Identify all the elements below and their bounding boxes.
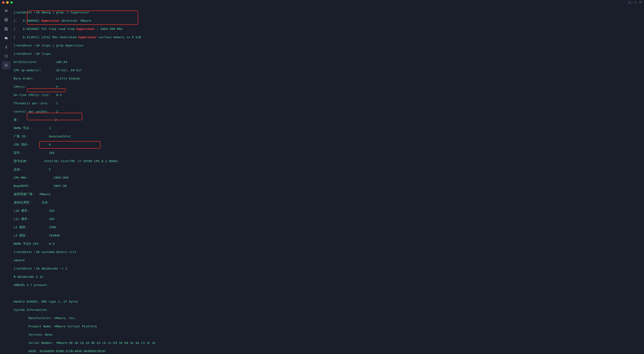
lscpu-line: L2 缓存： 256K xyxy=(14,225,642,229)
lscpu-line: Architecture: x86_64 xyxy=(14,60,642,64)
keyboard-layout-badge[interactable]: au xyxy=(628,1,632,4)
folder-icon xyxy=(4,36,8,40)
command-lscpu-grep: lscpu | grep Hypervisor xyxy=(41,44,84,47)
gear-icon xyxy=(4,18,8,22)
terminal-output: [root@test ~]# dmesg | grep -i hyperviso… xyxy=(14,6,642,354)
dmidecode-line: Version: None xyxy=(14,333,642,337)
lscpu-line: L3 缓存： 16384K xyxy=(14,233,642,237)
lscpu-line-hypervisor: 超管理器厂商： VMware xyxy=(14,192,642,196)
dmidecode-line: Handle 0x0001, DMI type 1, 27 bytes xyxy=(14,300,642,304)
dmidecode-line: UUID: A52A4D56-E50B-1CCB-043E-843EDAC33C… xyxy=(14,349,642,353)
highlight-hypervisor: hypervisor xyxy=(78,35,97,39)
svg-point-6 xyxy=(6,65,7,66)
dmesg-line: [ 0.001000] TSC freq read from xyxy=(14,27,76,30)
lscpu-line: 步进： 5 xyxy=(14,167,642,172)
dmidecode-manufacturer: Manufacturer: VMware, Inc. xyxy=(14,316,642,320)
lscpu-line: L1d 缓存： 32K xyxy=(14,209,642,213)
lscpu-line: NUMA 节点： 1 xyxy=(14,126,642,130)
lscpu-line: Thread(s) per core: 1 xyxy=(14,101,642,105)
sidebar-item-snippets[interactable] xyxy=(2,52,10,60)
dmesg-line-tail: detected: VMware xyxy=(60,19,91,22)
lscpu-line: L1i 缓存： 32K xyxy=(14,217,642,221)
traffic-lights xyxy=(2,1,13,4)
dmesg-line: [ 0.000000] xyxy=(14,19,41,22)
sidebar-item-files[interactable] xyxy=(2,34,10,42)
dmesg-line-tail: : 2903.999 MHz xyxy=(95,27,123,30)
minimize-window-button[interactable] xyxy=(6,1,9,4)
lscpu-line: 型号名称： Intel(R) Core(TM) i7-10700 CPU @ 2… xyxy=(14,159,642,163)
titlebar-right: au xyxy=(628,0,642,4)
lscpu-line: 型号： 165 xyxy=(14,151,642,155)
menu-icon xyxy=(4,9,8,12)
prompt: [root@test ~]# xyxy=(14,267,41,270)
lscpu-line: 座： 2 xyxy=(14,118,642,122)
prompt: [root@test ~]# xyxy=(14,44,41,47)
maximize-window-button[interactable] xyxy=(10,1,13,4)
dmesg-line: [ 6.311621] [drm] Max dedicated xyxy=(14,35,78,39)
dmidecode-product: Product Name: VMware Virtual Platform xyxy=(14,324,642,328)
lscpu-line: Byte Order: Little Endian xyxy=(14,76,642,81)
dmesg-line-tail: surface memory is 0 kiB xyxy=(97,35,141,39)
save-icon xyxy=(4,27,8,31)
split-panel-icon[interactable] xyxy=(639,0,642,4)
command-detect-virt: systemd-detect-virt xyxy=(41,250,76,254)
highlight-hypervisor: hypervisor xyxy=(76,27,95,30)
sidebar xyxy=(0,5,12,354)
prompt: [root@test ~]# xyxy=(14,250,41,254)
share-icon[interactable] xyxy=(634,0,637,4)
lscpu-line: CPU 系列： 6 xyxy=(14,143,642,147)
settings-icon xyxy=(4,63,8,67)
command-dmidecode: dmidecode -t 1 xyxy=(41,267,67,270)
dmidecode-blank xyxy=(14,291,642,295)
sidebar-item-settings[interactable] xyxy=(2,61,10,69)
svg-point-5 xyxy=(6,19,7,20)
prompt: [root@test ~]# xyxy=(14,52,41,55)
sidebar-item-sessions[interactable] xyxy=(2,25,10,33)
close-window-button[interactable] xyxy=(2,1,4,4)
transfer-icon xyxy=(4,45,8,49)
highlight-hypervisor: Hypervisor xyxy=(41,19,60,22)
detect-virt-output: vmware xyxy=(14,258,642,262)
terminal-pane[interactable]: [root@test ~]# dmesg | grep -i hyperviso… xyxy=(12,5,644,354)
prompt: [root@test ~]# xyxy=(14,11,41,14)
main-area: [root@test ~]# dmesg | grep -i hyperviso… xyxy=(0,5,644,354)
sidebar-item-menu[interactable] xyxy=(2,6,10,15)
lscpu-line: NUMA 节点0 CPU： 0-3 xyxy=(14,242,642,246)
lscpu-line: BogoMIPS： 5807.99 xyxy=(14,184,642,188)
dmidecode-line: Serial Number: VMware-56 4d 2a a5 0b e5 … xyxy=(14,341,642,345)
command-lscpu: lscpu xyxy=(41,52,51,55)
lscpu-line: Core(s) per socket: 2 xyxy=(14,109,642,114)
braces-icon xyxy=(4,54,8,58)
lscpu-line: On-line CPU(s) list: 0-3 xyxy=(14,93,642,97)
window-titlebar: au xyxy=(0,0,644,5)
dmidecode-line: # dmidecode 2.12 xyxy=(14,275,642,279)
lscpu-line: 虚拟化类型： 完全 xyxy=(14,200,642,204)
lscpu-line: 厂商 ID： GenuineIntel xyxy=(14,134,642,138)
command-dmesg: dmesg | grep -i hypervisor xyxy=(41,11,89,14)
sidebar-item-host[interactable] xyxy=(2,16,10,24)
lscpu-line: CPU MHz： 2903.999 xyxy=(14,176,642,180)
sidebar-item-transfer[interactable] xyxy=(2,43,10,51)
lscpu-line: CPU(s): 4 xyxy=(14,85,642,89)
dmidecode-line: System Information xyxy=(14,308,642,312)
lscpu-line: CPU op-mode(s): 32-bit, 64-bit xyxy=(14,68,642,72)
dmidecode-line: SMBIOS 2.7 present. xyxy=(14,283,642,287)
